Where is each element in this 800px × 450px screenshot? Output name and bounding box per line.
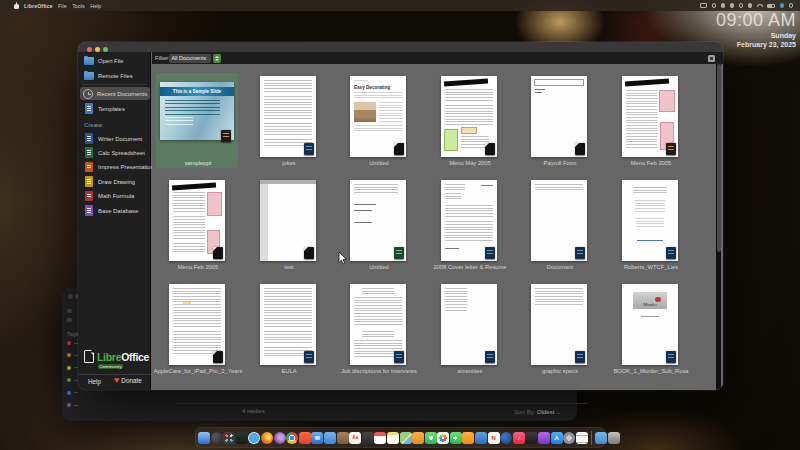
sidebar-item-recent-documents[interactable]: Recent Documents: [80, 87, 150, 100]
sidebar-item-open-file[interactable]: Open File: [80, 54, 150, 67]
document-thumbnail[interactable]: [622, 180, 678, 261]
dock-blue-doc-icon[interactable]: [475, 432, 487, 444]
status-icon-3[interactable]: [730, 3, 735, 8]
tag-dot-5[interactable]: [67, 403, 71, 407]
dock-mail-icon[interactable]: ✉: [311, 432, 323, 444]
document-thumbnail[interactable]: [260, 284, 316, 365]
menu-libreoffice[interactable]: LibreOffice: [24, 3, 52, 9]
dock-safari-icon[interactable]: [248, 432, 260, 444]
dock-app-store-icon[interactable]: A: [551, 432, 563, 444]
dock-chrome-icon[interactable]: [286, 432, 298, 444]
dock-desktop-icon[interactable]: [236, 432, 248, 444]
status-icon-2[interactable]: [721, 3, 726, 8]
dock-finder-icon[interactable]: [198, 432, 210, 444]
dock-news-icon[interactable]: N: [488, 432, 500, 444]
scrollbar-track[interactable]: [716, 64, 721, 390]
dock-photo-booth-icon[interactable]: [362, 432, 374, 444]
dock-dictionary-icon[interactable]: Aa: [349, 432, 361, 444]
document-label: AppleCare_for_iPad_Pro_2_Years: [153, 368, 243, 374]
document-thumbnail[interactable]: [622, 76, 678, 157]
tag-dot-1[interactable]: [67, 353, 71, 357]
document-thumbnail[interactable]: [531, 76, 587, 157]
document-label: Document: [515, 264, 605, 270]
sidebar-item-remote-files[interactable]: Remote Files: [80, 69, 150, 82]
document-thumbnail[interactable]: [441, 76, 497, 157]
document-thumbnail[interactable]: [441, 284, 497, 365]
folder-icon: [83, 70, 94, 81]
document-thumbnail[interactable]: This is a Sample Slide: [160, 82, 234, 140]
view-toggle-icon[interactable]: [708, 55, 715, 62]
bg-window-close-button[interactable]: [68, 294, 73, 299]
bg-sort-control[interactable]: Sort By: Oldest ⌄: [514, 408, 561, 415]
filter-label: Filter:: [155, 55, 170, 61]
scrollbar-thumb[interactable]: [717, 64, 721, 252]
dock-messages-icon[interactable]: [425, 432, 437, 444]
status-icon-0[interactable]: [700, 3, 707, 8]
create-item-label: Calc Spreadsheet: [98, 150, 145, 156]
dock-launchpad-icon[interactable]: [223, 432, 235, 444]
tag-dot-4[interactable]: [67, 391, 71, 395]
dock-app-window-icon[interactable]: [324, 432, 336, 444]
dock-tv-icon[interactable]: [525, 432, 537, 444]
dock-preferences-grid-icon[interactable]: [412, 432, 424, 444]
create-impress-presentation[interactable]: Impress Presentation: [80, 161, 150, 174]
dock-firefox-icon[interactable]: [261, 432, 273, 444]
tag-dot-0[interactable]: [67, 341, 71, 345]
status-icon-8[interactable]: [780, 3, 785, 8]
document-thumbnail[interactable]: [260, 76, 316, 157]
apple-menu-icon[interactable]: [14, 3, 19, 9]
dock-system-settings-icon[interactable]: [563, 432, 575, 444]
dock-downloads-folder-icon[interactable]: [595, 432, 607, 444]
filter-dropdown-arrows[interactable]: [213, 54, 221, 63]
document-thumbnail[interactable]: Easy Decorating: [350, 76, 406, 157]
dock-siri-icon[interactable]: [211, 432, 223, 444]
status-icon-1[interactable]: [712, 3, 717, 8]
create-base-database[interactable]: Base Database: [80, 204, 150, 217]
create-writer-document[interactable]: Writer Document: [80, 132, 150, 145]
dock-brave-icon[interactable]: [299, 432, 311, 444]
document-thumbnail[interactable]: [531, 180, 587, 261]
dock-photos-icon[interactable]: [437, 432, 449, 444]
dock-books-icon[interactable]: [337, 432, 349, 444]
document-thumbnail[interactable]: [169, 180, 225, 261]
status-icon-7[interactable]: [767, 4, 775, 8]
status-icon-6[interactable]: [757, 4, 763, 7]
status-icon-5[interactable]: [748, 3, 753, 8]
tag-dot-3[interactable]: [67, 378, 71, 382]
document-thumbnail[interactable]: [531, 284, 587, 365]
sidebar-item-templates[interactable]: Templates: [80, 102, 150, 115]
create-math-formula[interactable]: Math Formula: [80, 190, 150, 203]
filter-dropdown[interactable]: All Documents: [169, 54, 211, 63]
donate-button[interactable]: ♥Donate: [114, 376, 142, 385]
dock-textedit-icon[interactable]: [576, 432, 588, 444]
dock-dark-blue-app-icon[interactable]: [500, 432, 512, 444]
dock-tor-browser-icon[interactable]: [274, 432, 286, 444]
document-thumbnail[interactable]: [169, 284, 225, 365]
document-thumbnail[interactable]: Murder: [622, 284, 678, 365]
dock-facetime-icon[interactable]: [450, 432, 462, 444]
document-thumbnail[interactable]: [260, 180, 316, 261]
menu-tools[interactable]: Tools: [72, 3, 85, 9]
dock-podcasts-icon[interactable]: [538, 432, 550, 444]
window-titlebar[interactable]: [78, 42, 723, 52]
tag-label-stub: [74, 405, 78, 406]
filter-bar: Filter: All Documents: [152, 52, 723, 64]
dock-maps-icon[interactable]: [400, 432, 412, 444]
create-calc-spreadsheet[interactable]: Calc Spreadsheet: [80, 146, 150, 159]
document-thumbnail[interactable]: [350, 284, 406, 365]
status-icon-9[interactable]: [789, 3, 794, 8]
document-thumbnail[interactable]: [441, 180, 497, 261]
create-draw-drawing[interactable]: Draw Drawing: [80, 175, 150, 188]
dock-pencil-app-icon[interactable]: [462, 432, 474, 444]
help-button[interactable]: Help: [88, 378, 101, 385]
dock-trash-icon[interactable]: [608, 432, 620, 444]
status-icon-4[interactable]: [739, 3, 744, 8]
dock-music-icon[interactable]: ♪: [513, 432, 525, 444]
dock-notes-icon[interactable]: [387, 432, 399, 444]
tag-dot-2[interactable]: [67, 366, 71, 370]
document-thumbnail[interactable]: [350, 180, 406, 261]
dock-calendar-icon[interactable]: [374, 432, 386, 444]
menu-help[interactable]: Help: [90, 3, 101, 9]
plain-file-badge-icon: [213, 351, 223, 363]
menu-file[interactable]: File: [58, 3, 67, 9]
